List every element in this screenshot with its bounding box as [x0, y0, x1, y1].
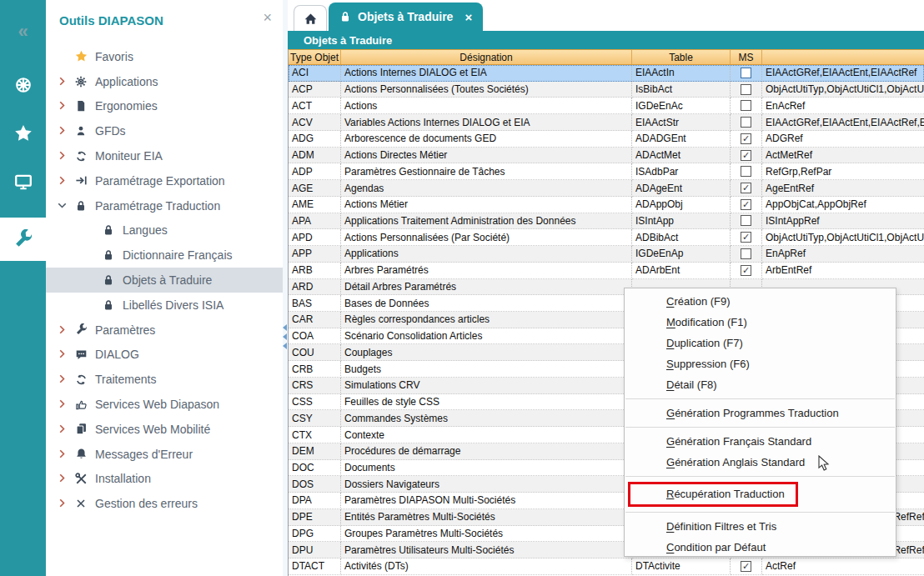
- sidebar-item-ergonomies[interactable]: Ergonomies: [46, 94, 283, 119]
- menu-item-d-tail-f8-[interactable]: Détail (F8): [625, 374, 896, 395]
- table-row-adg[interactable]: ADGArborescence de documents GEDADADGEnt…: [289, 131, 924, 148]
- column-header-type-objet[interactable]: Type Objet: [289, 50, 341, 64]
- collapse-sidebar-button[interactable]: «: [0, 13, 46, 50]
- checkbox-checked[interactable]: ✓: [741, 183, 751, 193]
- checkbox-checked[interactable]: ✓: [741, 232, 751, 243]
- chevron-right-icon[interactable]: [57, 150, 68, 162]
- tab-home[interactable]: [294, 5, 327, 31]
- splitter-grip-icon[interactable]: [283, 322, 288, 349]
- sidebar-item-label: Paramétrage Exportation: [95, 174, 225, 188]
- sidebar-item-param-trage-exportation[interactable]: Paramétrage Exportation: [46, 168, 283, 193]
- table-row-acp[interactable]: ACPActions Personnalisées (Toutes Sociét…: [289, 82, 924, 98]
- table-row-act[interactable]: ACTActionsIGDeEnAcEnAcRef: [289, 98, 924, 114]
- sidebar-item-services-web-diapason[interactable]: Services Web Diapason: [46, 392, 283, 417]
- chevron-right-icon[interactable]: [57, 76, 68, 88]
- chevron-right-icon[interactable]: [57, 175, 68, 187]
- checkbox-checked[interactable]: ✓: [741, 265, 751, 276]
- menu-item-g-n-ration-anglais-standard[interactable]: Génération Anglais Standard: [625, 452, 896, 473]
- menu-item-g-n-ration-fran-ais-standard[interactable]: Génération Français Standard: [625, 431, 896, 452]
- column-header-table[interactable]: Table: [632, 50, 731, 64]
- sidebar-item-dictionnaire-fran-ais[interactable]: Dictionnaire Français: [46, 243, 283, 268]
- sidebar-item-installation[interactable]: Installation: [46, 467, 283, 492]
- checkbox-unchecked[interactable]: [741, 68, 751, 78]
- cell-refs: ArbEntRef: [762, 263, 924, 279]
- tab-objets-a-traduire[interactable]: Objets à Traduire ×: [329, 3, 483, 31]
- chevron-right-icon[interactable]: [57, 324, 68, 336]
- table-row-app[interactable]: APPApplicationsIGDeEnApEnApRef: [289, 246, 924, 263]
- checkbox-unchecked[interactable]: [741, 248, 751, 259]
- menu-item-d-finition-filtres-et-tris[interactable]: Définition Filtres et Tris: [625, 516, 896, 537]
- sidebar-title: Outils DIAPASON: [59, 13, 163, 28]
- table-row-apd[interactable]: APDActions Personnalisées (Par Société)A…: [289, 229, 924, 246]
- sidebar-item-gestion-des-erreurs[interactable]: Gestion des erreurs: [46, 491, 283, 516]
- menu-item-modification-f1-[interactable]: Modification (F1): [625, 312, 896, 333]
- checkbox-unchecked[interactable]: [741, 84, 751, 95]
- sidebar-item-moniteur-eia[interactable]: Moniteur EIA: [46, 143, 283, 168]
- table-row-dtact[interactable]: DTACTActivités (DTs)DTActivite✓ActRef: [289, 558, 924, 575]
- table-row-adp[interactable]: ADPParamètres Gestionnaire de TâchesISAd…: [289, 163, 924, 180]
- cell-refs: AppObjCat,AppObjRef: [762, 197, 924, 213]
- checkbox-unchecked[interactable]: [741, 166, 751, 177]
- sidebar-item-favoris[interactable]: Favoris: [46, 44, 283, 69]
- chevron-right-icon[interactable]: [57, 100, 68, 112]
- sidebar-item-applications[interactable]: Applications: [46, 69, 283, 94]
- chevron-down-icon[interactable]: [57, 200, 68, 212]
- sidebar-item-gfds[interactable]: GFDs: [46, 118, 283, 143]
- cell-designation: Budgets: [341, 361, 632, 378]
- table-row-apa[interactable]: APAApplications Traitement Administratio…: [289, 213, 924, 230]
- chevron-right-icon[interactable]: [57, 423, 68, 435]
- sidebar-item-services-web-mobilit-[interactable]: Services Web Mobilité: [46, 417, 283, 442]
- chevron-right-icon[interactable]: [57, 398, 68, 410]
- chevron-right-icon[interactable]: [57, 125, 68, 137]
- table-row-age[interactable]: AGEAgendasADAgeEnt✓AgeEntRef: [289, 180, 924, 197]
- chevron-right-icon[interactable]: [57, 448, 68, 460]
- checkbox-checked[interactable]: ✓: [741, 150, 751, 161]
- menu-item-g-n-ration-programmes-traduction[interactable]: Génération Programmes Traduction: [625, 403, 896, 423]
- menu-item-suppression-f6-[interactable]: Suppression (F6): [625, 353, 896, 374]
- sidebar-item-param-tres[interactable]: Paramètres: [46, 318, 283, 343]
- checkbox-unchecked[interactable]: [741, 215, 751, 226]
- menu-item-cr-ation-f9-[interactable]: Création (F9): [625, 291, 896, 312]
- cell-ms: [731, 98, 762, 114]
- sidebar-item-libell-s-divers-isia[interactable]: Libellés Divers ISIA: [46, 293, 283, 318]
- checkbox-checked[interactable]: ✓: [741, 561, 751, 572]
- column-header-d-signation[interactable]: Désignation: [341, 50, 632, 64]
- menu-item-r-cup-ration-traduction[interactable]: Récupération Traduction: [628, 482, 798, 507]
- sidebar-item-traitements[interactable]: Traitements: [46, 367, 283, 392]
- sidebar-item-label: Traitements: [95, 373, 156, 386]
- table-row-adm[interactable]: ADMActions Directes MétierADActMet✓ActMe…: [289, 148, 924, 164]
- monitor-rail-button[interactable]: [0, 163, 46, 200]
- tab-close-icon[interactable]: ×: [465, 10, 472, 24]
- table-row-arb[interactable]: ARBArbres ParamétrésADArbEnt✓ArbEntRef: [289, 263, 924, 279]
- column-header-ms[interactable]: MS: [731, 50, 762, 64]
- sidebar-item-dialog[interactable]: DIALOG: [46, 343, 283, 368]
- cell-refs: EnAcRef: [762, 98, 924, 114]
- sidebar-item-objets-traduire[interactable]: Objets à Traduire: [46, 268, 283, 293]
- wheel-rail-button[interactable]: [0, 67, 46, 103]
- sidebar-item-langues[interactable]: Langues: [46, 218, 283, 243]
- checkbox-unchecked[interactable]: [741, 117, 751, 128]
- chevron-right-icon[interactable]: [57, 348, 68, 360]
- cell-refs: ADGRef: [762, 131, 924, 148]
- chevron-right-icon[interactable]: [57, 498, 68, 509]
- chevron-right-icon[interactable]: [57, 473, 68, 484]
- sidebar-item-label: Applications: [95, 75, 158, 88]
- chevron-right-icon[interactable]: [57, 373, 68, 385]
- column-header-refs[interactable]: [762, 50, 924, 64]
- checkbox-checked[interactable]: ✓: [741, 133, 751, 144]
- checkbox-unchecked[interactable]: [741, 100, 751, 111]
- table-row-ame[interactable]: AMEActions MétierADAppObj✓AppObjCat,AppO…: [289, 197, 924, 213]
- menu-item-condition-par-d-faut[interactable]: Condition par Défaut: [625, 537, 896, 558]
- person-icon: [73, 124, 88, 138]
- table-row-aci[interactable]: ACIActions Internes DIALOG et EIAEIAActI…: [289, 65, 924, 82]
- sidebar-item-messages-d-erreur[interactable]: Messages d'Erreur: [46, 442, 283, 467]
- star-rail-button[interactable]: [0, 115, 46, 152]
- cell-type-objet: ARB: [289, 263, 341, 279]
- sidebar-item-param-trage-traduction[interactable]: Paramétrage Traduction: [46, 193, 283, 218]
- wrench-rail-button[interactable]: [0, 218, 46, 261]
- panel-splitter[interactable]: [283, 0, 288, 576]
- table-row-acv[interactable]: ACVVariables Actions Internes DIALOG et …: [289, 114, 924, 131]
- checkbox-checked[interactable]: ✓: [741, 199, 751, 210]
- menu-item-duplication-f7-[interactable]: Duplication (F7): [625, 333, 896, 353]
- sidebar-close-icon[interactable]: ×: [263, 10, 272, 25]
